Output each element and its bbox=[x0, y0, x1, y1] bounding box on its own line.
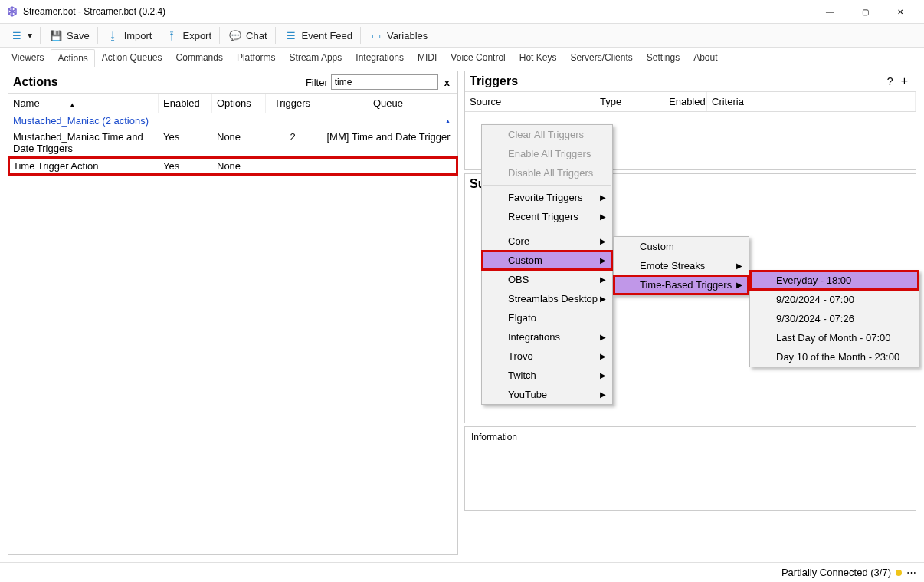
app-icon bbox=[6, 5, 18, 18]
tab-servers-clients[interactable]: Servers/Clients bbox=[563, 48, 639, 67]
ctx-elgato[interactable]: Elgato bbox=[482, 308, 612, 327]
actions-columns: Name▴ Enabled Options Triggers Queue bbox=[8, 93, 457, 113]
chat-label: Chat bbox=[246, 30, 267, 41]
maximize-button[interactable]: ▢ bbox=[847, 0, 883, 23]
action-row-selected[interactable]: Time Trigger Action Yes None bbox=[8, 157, 457, 175]
ctx-twitch[interactable]: Twitch▶ bbox=[482, 366, 612, 385]
chevron-right-icon: ▶ bbox=[736, 281, 742, 289]
ctx3-last-day[interactable]: Last Day of Month - 07:00 bbox=[750, 328, 919, 347]
ctx-recent[interactable]: Recent Triggers▶ bbox=[482, 207, 612, 226]
tab-about[interactable]: About bbox=[686, 48, 724, 67]
col-name[interactable]: Name▴ bbox=[8, 94, 159, 113]
menu-button[interactable]: ☰▾ bbox=[5, 26, 37, 44]
tab-actions[interactable]: Actions bbox=[51, 49, 94, 67]
statusbar: Partially Connected (3/7) ⋯ bbox=[0, 562, 924, 582]
chevron-right-icon: ▶ bbox=[600, 212, 606, 221]
ctx-disable-all: Disable All Triggers bbox=[482, 163, 612, 182]
actions-title: Actions bbox=[13, 75, 58, 89]
menu-icon: ☰ bbox=[9, 28, 25, 43]
chat-icon: 💬 bbox=[228, 28, 243, 43]
tab-stream-apps[interactable]: Stream Apps bbox=[283, 48, 349, 67]
add-trigger-button[interactable]: + bbox=[898, 74, 911, 88]
event-feed-label: Event Feed bbox=[302, 30, 353, 41]
event-feed-button[interactable]: ☰Event Feed bbox=[279, 26, 358, 44]
window-title: Streamer.bot - Streamer.bot (0.2.4) bbox=[23, 6, 165, 17]
tab-integrations[interactable]: Integrations bbox=[349, 48, 411, 67]
save-icon: 💾 bbox=[48, 28, 64, 43]
col-enabled[interactable]: Enabled bbox=[159, 94, 212, 113]
tab-settings[interactable]: Settings bbox=[640, 48, 686, 67]
ctx2-emote-streaks[interactable]: Emote Streaks▶ bbox=[614, 256, 749, 275]
chevron-right-icon: ▶ bbox=[600, 237, 606, 245]
chevron-right-icon: ▶ bbox=[600, 333, 606, 341]
feed-icon: ☰ bbox=[283, 28, 299, 43]
minimize-button[interactable]: — bbox=[812, 0, 847, 23]
ctx-enable-all: Enable All Triggers bbox=[482, 144, 612, 163]
ctx-integrations[interactable]: Integrations▶ bbox=[482, 327, 612, 347]
chat-button[interactable]: 💬Chat bbox=[223, 26, 271, 44]
action-row[interactable]: Mustached_Maniac Time and Date Triggers … bbox=[8, 128, 457, 157]
ctx3-date1[interactable]: 9/20/2024 - 07:00 bbox=[750, 290, 919, 309]
tcol-source[interactable]: Source bbox=[465, 92, 595, 111]
ctx3-date2[interactable]: 9/30/2024 - 07:26 bbox=[750, 309, 919, 328]
triggers-columns: Source Type Enabled Criteria bbox=[465, 91, 916, 112]
col-queue[interactable]: Queue bbox=[319, 94, 457, 113]
tab-platforms[interactable]: Platforms bbox=[230, 48, 283, 67]
information-panel: Information bbox=[464, 426, 916, 511]
save-label: Save bbox=[67, 30, 90, 41]
ctx-youtube[interactable]: YouTube▶ bbox=[482, 385, 612, 404]
variables-icon: ▭ bbox=[369, 28, 384, 43]
ctx2-custom[interactable]: Custom bbox=[614, 237, 749, 256]
export-button[interactable]: ⭱Export bbox=[159, 26, 216, 44]
ctx3-everyday[interactable]: Everyday - 18:00 bbox=[750, 271, 919, 290]
chevron-right-icon: ▶ bbox=[600, 352, 606, 360]
tab-voice-control[interactable]: Voice Control bbox=[444, 48, 512, 67]
triggers-title: Triggers bbox=[470, 74, 883, 88]
tcol-enabled[interactable]: Enabled bbox=[664, 92, 707, 111]
variables-label: Variables bbox=[387, 30, 428, 41]
tab-hot-keys[interactable]: Hot Keys bbox=[513, 48, 564, 67]
ctx-clear-all: Clear All Triggers bbox=[482, 125, 612, 144]
ctx-custom[interactable]: Custom▶ bbox=[482, 251, 612, 270]
import-label: Import bbox=[124, 30, 152, 41]
close-button[interactable]: ✕ bbox=[883, 0, 918, 23]
chevron-right-icon: ▶ bbox=[600, 294, 606, 303]
col-triggers[interactable]: Triggers bbox=[266, 94, 319, 113]
tab-commands[interactable]: Commands bbox=[169, 48, 230, 67]
save-button[interactable]: 💾Save bbox=[44, 26, 94, 44]
ctx2-time-based[interactable]: Time-Based Triggers▶ bbox=[614, 275, 749, 294]
ctx-trovo[interactable]: Trovo▶ bbox=[482, 347, 612, 366]
tab-viewers[interactable]: Viewers bbox=[5, 48, 51, 67]
titlebar: Streamer.bot - Streamer.bot (0.2.4) — ▢ … bbox=[0, 0, 924, 23]
group-label: Mustached_Maniac (2 actions) bbox=[13, 115, 149, 127]
tab-action-queues[interactable]: Action Queues bbox=[95, 48, 169, 67]
main-tabs: Viewers Actions Action Queues Commands P… bbox=[0, 48, 924, 67]
filter-clear-button[interactable]: x bbox=[441, 77, 453, 88]
export-icon: ⭱ bbox=[164, 28, 179, 43]
chevron-right-icon: ▶ bbox=[600, 390, 606, 399]
tab-midi[interactable]: MIDI bbox=[411, 48, 444, 67]
col-options[interactable]: Options bbox=[212, 94, 266, 113]
ctx-obs[interactable]: OBS▶ bbox=[482, 270, 612, 289]
chevron-right-icon: ▶ bbox=[600, 371, 606, 380]
ctx-streamlabs[interactable]: Streamlabs Desktop▶ bbox=[482, 289, 612, 308]
ctx-core[interactable]: Core▶ bbox=[482, 232, 612, 251]
tcol-type[interactable]: Type bbox=[595, 92, 664, 111]
import-button[interactable]: ⭳Import bbox=[101, 26, 157, 44]
action-group[interactable]: Mustached_Maniac (2 actions) ▴ bbox=[8, 113, 457, 128]
tcol-criteria[interactable]: Criteria bbox=[707, 92, 916, 111]
ctx3-day10[interactable]: Day 10 of the Month - 23:00 bbox=[750, 347, 919, 367]
chevron-right-icon: ▶ bbox=[600, 275, 606, 284]
ctx-favorite[interactable]: Favorite Triggers▶ bbox=[482, 188, 612, 207]
information-label: Information bbox=[465, 427, 916, 447]
variables-button[interactable]: ▭Variables bbox=[364, 26, 432, 44]
filter-input[interactable] bbox=[331, 74, 438, 90]
actions-panel: Actions Filter x Name▴ Enabled Options T… bbox=[8, 71, 458, 555]
status-dots[interactable]: ⋯ bbox=[906, 567, 916, 578]
chevron-right-icon: ▶ bbox=[600, 256, 606, 265]
toolbar: ☰▾ 💾Save ⭳Import ⭱Export 💬Chat ☰Event Fe… bbox=[0, 23, 924, 48]
status-dot-icon bbox=[896, 570, 902, 576]
help-button[interactable]: ? bbox=[883, 75, 898, 87]
chevron-right-icon: ▶ bbox=[736, 261, 742, 270]
collapse-icon[interactable]: ▴ bbox=[446, 117, 453, 125]
